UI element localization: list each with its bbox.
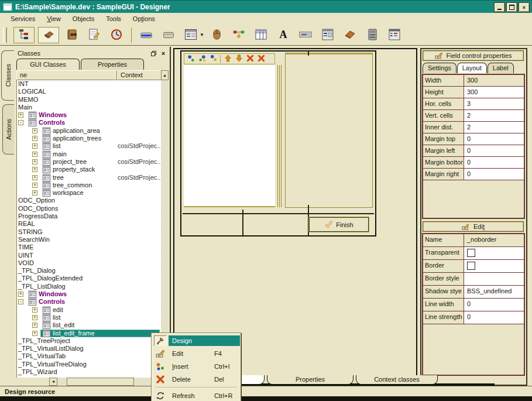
- scroll-up-button[interactable]: ▲: [161, 70, 169, 80]
- tree-item[interactable]: +application_trees: [17, 135, 162, 142]
- tree-item[interactable]: UINT: [17, 252, 162, 259]
- expand-icon[interactable]: +: [32, 183, 37, 188]
- context-menu-item-design[interactable]: Design: [152, 334, 240, 347]
- expand-icon[interactable]: +: [32, 323, 37, 328]
- menu-item-tools[interactable]: Tools: [100, 14, 127, 23]
- property-value[interactable]: 2: [464, 122, 524, 133]
- tree-item[interactable]: _TPL_VirtualTab: [17, 352, 162, 360]
- side-tab-actions[interactable]: Actions: [2, 104, 14, 155]
- tree-item[interactable]: +list_edit: [17, 321, 162, 329]
- tree-item[interactable]: MEMO: [17, 96, 162, 104]
- expand-icon[interactable]: +: [32, 315, 37, 320]
- context-menu-item-refresh[interactable]: RefreshCtrl+R: [152, 389, 240, 401]
- property-value[interactable]: 0: [464, 299, 524, 311]
- float-panel-button[interactable]: [149, 50, 157, 57]
- property-value[interactable]: _noborder: [464, 234, 524, 247]
- nodes-1-button[interactable]: [186, 55, 195, 63]
- menu-item-view[interactable]: View: [41, 14, 67, 23]
- tree-item[interactable]: _TPL_Dialog: [17, 267, 162, 275]
- tree-item[interactable]: TIME: [17, 244, 162, 251]
- tree-item[interactable]: SearchWin: [17, 236, 162, 244]
- clock-button[interactable]: [109, 28, 124, 43]
- drive-button[interactable]: [161, 28, 176, 43]
- tree-item[interactable]: _TPL_Wizard: [17, 368, 162, 376]
- tree-item[interactable]: ProgressData: [17, 213, 162, 220]
- expand-icon[interactable]: +: [32, 167, 37, 172]
- checkbox-unchecked[interactable]: [467, 262, 475, 270]
- tree-item[interactable]: +Windows: [17, 111, 162, 119]
- delete-x-button[interactable]: [245, 55, 255, 63]
- tree-item[interactable]: +treecosiStdProjec...: [17, 174, 162, 181]
- property-value[interactable]: 0: [464, 145, 524, 157]
- tree-item[interactable]: _TPL_VirtualListDialog: [17, 345, 162, 352]
- tree-item[interactable]: +list_edit_frame: [17, 330, 162, 337]
- tree-item[interactable]: _TPL_TreeProject: [17, 337, 162, 345]
- property-value[interactable]: [464, 273, 524, 286]
- property-value[interactable]: [464, 247, 524, 260]
- dialog-grid-button[interactable]: [387, 28, 402, 43]
- tree-item[interactable]: _TPL_ListDialog: [17, 283, 162, 290]
- properties-tab-settings[interactable]: Settings: [423, 63, 457, 73]
- property-value[interactable]: 300: [464, 75, 524, 87]
- column-header-context-class[interactable]: Context class: [117, 70, 162, 80]
- tree-item[interactable]: ODC_Options: [17, 205, 162, 213]
- bottom-tab-context-classes[interactable]: Context classes: [356, 375, 438, 385]
- scrollbar-thumb[interactable]: [67, 378, 134, 386]
- designer-preview-area[interactable]: [285, 53, 373, 208]
- dropdown-arrow-icon[interactable]: ▼: [200, 32, 204, 37]
- toolbar-grip[interactable]: [3, 28, 7, 43]
- property-value[interactable]: 300: [464, 87, 524, 98]
- horizontal-scrollbar[interactable]: ◄: [49, 378, 166, 386]
- close-panel-button[interactable]: ×: [159, 50, 167, 57]
- designer-splitter[interactable]: [277, 65, 283, 207]
- field-control-properties-header[interactable]: Field control properties: [423, 50, 524, 61]
- tree-item[interactable]: LOGICAL: [17, 88, 162, 95]
- delete-x-button[interactable]: [256, 55, 266, 63]
- properties-tab-label[interactable]: Label: [488, 63, 514, 73]
- tree-item[interactable]: +main: [17, 150, 162, 158]
- checkbox-unchecked[interactable]: [467, 249, 475, 257]
- context-menu-item-edit[interactable]: EditF4: [152, 347, 240, 360]
- arrow-down-button[interactable]: [234, 55, 243, 63]
- collapse-icon[interactable]: -: [18, 120, 23, 125]
- tree-item[interactable]: +listcosiStdProjec...: [17, 142, 162, 150]
- expand-icon[interactable]: +: [32, 175, 37, 180]
- tab-gui-classes[interactable]: GUI Classes: [16, 59, 80, 70]
- property-value[interactable]: 0: [464, 133, 524, 145]
- tree-item[interactable]: VOID: [17, 259, 162, 267]
- expand-icon[interactable]: +: [18, 112, 23, 118]
- menu-item-services[interactable]: Services: [5, 14, 41, 23]
- kbd-button-button[interactable]: [298, 28, 313, 43]
- hierarchy-button[interactable]: [13, 27, 35, 43]
- property-value[interactable]: 3: [464, 98, 524, 110]
- links-button[interactable]: [231, 28, 246, 43]
- menu-item-options[interactable]: Options: [127, 14, 161, 23]
- nodes-2-button[interactable]: [197, 55, 207, 63]
- tree-item[interactable]: +property_stack: [17, 166, 162, 173]
- book-glasses-button[interactable]: [64, 28, 80, 43]
- font-a-button[interactable]: A: [276, 28, 291, 43]
- property-value[interactable]: 0: [464, 311, 524, 324]
- tree-item[interactable]: REAL: [17, 220, 162, 228]
- tree-item[interactable]: INT: [17, 80, 162, 88]
- maximize-button[interactable]: [506, 2, 517, 12]
- expand-icon[interactable]: +: [32, 307, 37, 313]
- collapse-icon[interactable]: -: [18, 299, 23, 304]
- property-value[interactable]: 2: [464, 110, 524, 122]
- expand-icon[interactable]: +: [32, 128, 37, 133]
- tree-item[interactable]: _TPL_DialogExtended: [17, 275, 162, 282]
- property-value[interactable]: [464, 260, 524, 273]
- tree-item[interactable]: ODC_Option: [17, 197, 162, 204]
- column-header-name[interactable]: ne: [16, 70, 117, 80]
- tree-item[interactable]: +tree_common: [17, 181, 162, 189]
- form-grid-button[interactable]: [183, 28, 198, 43]
- mouse-tool-button[interactable]: [209, 28, 224, 43]
- expand-icon[interactable]: +: [32, 190, 37, 196]
- finish-button[interactable]: Finish: [309, 217, 369, 232]
- side-tab-classes[interactable]: Classes: [1, 50, 14, 101]
- scroll-left-button[interactable]: ◄: [49, 378, 57, 386]
- close-button[interactable]: ×: [519, 2, 530, 12]
- property-value[interactable]: 0: [464, 169, 524, 180]
- doc-edit-button[interactable]: [87, 28, 102, 43]
- tree-item[interactable]: +project_treecosiStdProjec...: [17, 158, 162, 166]
